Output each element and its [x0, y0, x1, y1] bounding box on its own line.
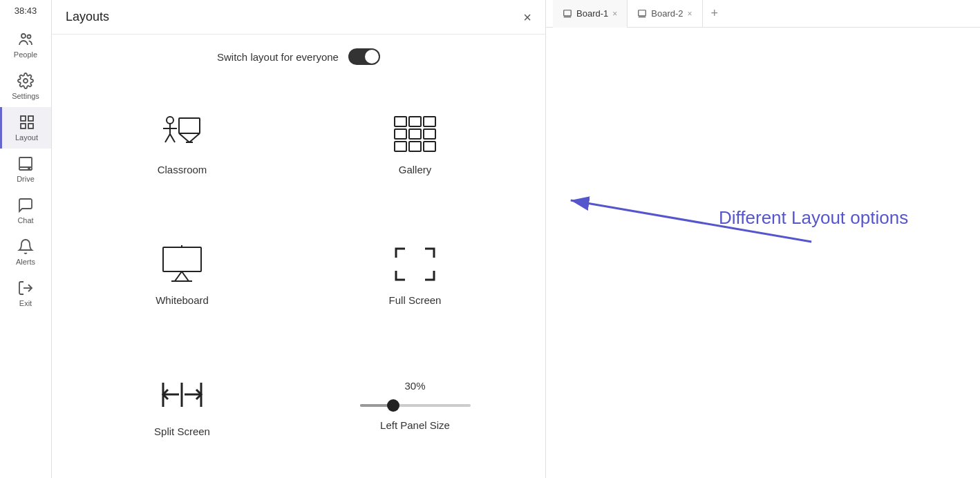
drive-icon — [17, 155, 34, 172]
toggle-label: Switch layout for everyone — [217, 51, 339, 63]
board-tab-icon — [563, 9, 572, 19]
svg-rect-27 — [409, 142, 421, 151]
sidebar-label-exit: Exit — [19, 299, 32, 307]
tab-board1[interactable]: Board-1 × — [553, 0, 628, 28]
svg-rect-24 — [409, 129, 421, 139]
gallery-label: Gallery — [399, 164, 432, 175]
sidebar-item-chat[interactable]: Chat — [0, 190, 51, 231]
svg-rect-26 — [395, 142, 406, 151]
layout-whiteboard[interactable]: Whiteboard — [66, 209, 299, 340]
sidebar-label-drive: Drive — [17, 175, 35, 183]
sidebar-item-settings[interactable]: Settings — [0, 66, 51, 107]
sidebar-item-layout[interactable]: Layout — [0, 107, 51, 149]
classroom-icon — [158, 113, 207, 154]
svg-point-1 — [28, 35, 31, 39]
svg-rect-21 — [409, 117, 421, 126]
svg-rect-41 — [639, 10, 646, 15]
slider-wrapper — [360, 399, 471, 412]
sidebar-label-chat: Chat — [17, 216, 33, 224]
sidebar-item-people[interactable]: People — [0, 24, 51, 66]
svg-line-31 — [182, 271, 189, 281]
svg-point-11 — [167, 117, 173, 124]
slider-track — [360, 404, 471, 407]
people-icon — [17, 31, 34, 48]
fullscreen-label: Full Screen — [389, 294, 442, 306]
svg-rect-3 — [21, 116, 26, 121]
annotation-arrow — [546, 28, 980, 478]
board-area: Different Layout options — [546, 28, 980, 478]
svg-rect-16 — [179, 118, 200, 133]
exit-icon — [17, 280, 34, 296]
sidebar-label-settings: Settings — [12, 92, 39, 100]
toggle-row: Switch layout for everyone — [52, 35, 545, 72]
sidebar-item-exit[interactable]: Exit — [0, 273, 51, 314]
tab-board2[interactable]: Board-2 × — [628, 0, 702, 28]
svg-rect-23 — [395, 129, 406, 139]
splitscreen-icon — [158, 374, 207, 416]
sidebar-label-layout: Layout — [15, 133, 38, 142]
panel-header: Layouts × — [52, 0, 545, 35]
splitscreen-label: Split Screen — [154, 426, 210, 437]
board2-tab-icon — [637, 9, 647, 19]
alerts-icon — [17, 238, 34, 255]
toggle-switch[interactable] — [348, 48, 380, 65]
svg-rect-29 — [163, 247, 201, 271]
layout-gallery[interactable]: Gallery — [299, 79, 531, 209]
fullscreen-icon — [391, 243, 440, 285]
svg-rect-5 — [21, 124, 26, 128]
tab-board1-close[interactable]: × — [612, 9, 617, 19]
slider-thumb — [387, 399, 399, 412]
layouts-panel: Layouts × Switch layout for everyone — [52, 0, 546, 478]
settings-icon — [17, 73, 34, 89]
svg-rect-4 — [28, 116, 33, 121]
svg-point-2 — [23, 79, 28, 83]
svg-line-17 — [179, 133, 189, 142]
layout-classroom[interactable]: Classroom — [66, 79, 299, 209]
time-display: 38:43 — [15, 6, 37, 16]
slider-label: Left Panel Size — [380, 419, 450, 431]
tab-board2-label: Board-2 — [651, 8, 683, 19]
svg-point-0 — [21, 34, 26, 38]
sidebar-label-people: People — [14, 50, 37, 59]
chat-icon — [17, 197, 34, 213]
sidebar-label-alerts: Alerts — [16, 258, 35, 266]
svg-line-15 — [170, 134, 175, 142]
tab-bar: Board-1 × Board-2 × + — [546, 0, 980, 28]
sidebar: 38:43 People Settings Layout — [0, 0, 52, 478]
classroom-label: Classroom — [158, 164, 207, 175]
svg-rect-25 — [424, 129, 435, 139]
toggle-track — [348, 48, 380, 65]
layout-splitscreen[interactable]: Split Screen — [66, 341, 299, 471]
svg-line-14 — [165, 134, 170, 142]
svg-point-9 — [28, 168, 30, 169]
main-area: Board-1 × Board-2 × + Different Layout o… — [546, 0, 980, 478]
sidebar-item-drive[interactable]: Drive — [0, 149, 51, 190]
whiteboard-label: Whiteboard — [156, 294, 209, 306]
annotation-text: Different Layout options — [719, 207, 908, 229]
svg-rect-6 — [28, 124, 33, 128]
toggle-thumb — [365, 50, 379, 64]
svg-rect-22 — [424, 117, 435, 126]
tab-board2-close[interactable]: × — [688, 9, 692, 19]
svg-line-18 — [189, 133, 200, 142]
layout-grid: Classroom Gallery — [52, 72, 545, 478]
svg-rect-20 — [395, 117, 406, 126]
tab-board1-label: Board-1 — [576, 8, 608, 19]
layout-fullscreen[interactable]: Full Screen — [299, 209, 531, 340]
svg-line-30 — [175, 271, 182, 281]
svg-rect-28 — [424, 142, 435, 151]
gallery-icon — [391, 113, 440, 154]
panel-title: Layouts — [66, 10, 109, 24]
svg-rect-7 — [19, 157, 32, 167]
sidebar-item-alerts[interactable]: Alerts — [0, 231, 51, 273]
add-tab-button[interactable]: + — [703, 0, 727, 28]
slider-cell: 30% Left Panel Size — [299, 341, 531, 471]
layout-icon — [19, 114, 35, 131]
svg-rect-39 — [564, 10, 572, 15]
close-button[interactable]: × — [523, 10, 531, 24]
slider-value: 30% — [404, 380, 425, 392]
whiteboard-icon — [158, 243, 207, 285]
